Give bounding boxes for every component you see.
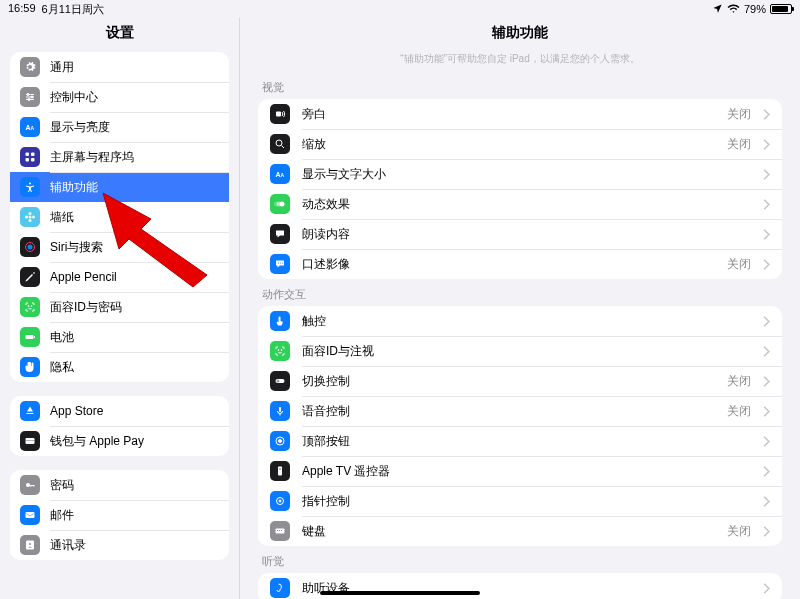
sidebar-item-battery[interactable]: 电池 [10, 322, 229, 352]
svg-point-13 [25, 216, 28, 219]
location-icon [712, 3, 723, 16]
section-header: 视觉 [258, 72, 782, 99]
setting-label: 口述影像 [302, 256, 715, 273]
chevron-right-icon [763, 316, 770, 327]
svg-point-9 [29, 183, 31, 185]
setting-row-audio-desc[interactable]: 口述影像关闭 [258, 249, 782, 279]
sidebar-item-label: 钱包与 Apple Pay [50, 433, 219, 450]
svg-point-34 [278, 263, 279, 264]
chevron-right-icon [763, 376, 770, 387]
sidebar-title: 设置 [0, 18, 239, 52]
setting-label: 缩放 [302, 136, 715, 153]
sidebar-item-faceid[interactable]: 面容ID与密码 [10, 292, 229, 322]
sidebar-item-label: 通用 [50, 59, 219, 76]
setting-label: 面容ID与注视 [302, 343, 751, 360]
svg-point-38 [281, 350, 282, 351]
sidebar-group: 密码邮件通讯录 [10, 470, 229, 560]
desc-icon [270, 254, 290, 274]
setting-row-switch[interactable]: 切换控制关闭 [258, 366, 782, 396]
accessibility-icon [20, 177, 40, 197]
setting-value: 关闭 [727, 403, 751, 420]
svg-rect-8 [31, 158, 35, 162]
sidebar-item-label: Apple Pencil [50, 270, 219, 284]
sidebar-item-wallpaper[interactable]: 墙纸 [10, 202, 229, 232]
svg-point-45 [279, 468, 281, 470]
sidebar-item-passwords[interactable]: 密码 [10, 470, 229, 500]
sidebar-item-wallet[interactable]: 钱包与 Apple Pay [10, 426, 229, 456]
setting-row-motion[interactable]: 动态效果 [258, 189, 782, 219]
sidebar-item-label: 通讯录 [50, 537, 219, 554]
sidebar-item-pencil[interactable]: Apple Pencil [10, 262, 229, 292]
setting-row-hearing[interactable]: 助听设备 [258, 573, 782, 599]
battery-icon [20, 327, 40, 347]
sidebar-item-label: 主屏幕与程序坞 [50, 149, 219, 166]
setting-row-zoom[interactable]: 缩放关闭 [258, 129, 782, 159]
sidebar-item-label: App Store [50, 404, 219, 418]
topbtn-icon [270, 431, 290, 451]
battery-pct: 79% [744, 3, 766, 15]
svg-rect-7 [26, 158, 30, 162]
setting-row-voice-ctrl[interactable]: 语音控制关闭 [258, 396, 782, 426]
setting-label: 指针控制 [302, 493, 751, 510]
svg-rect-49 [277, 530, 278, 531]
sidebar-item-privacy[interactable]: 隐私 [10, 352, 229, 382]
svg-point-47 [279, 500, 281, 502]
setting-row-text-size[interactable]: AA显示与文字大小 [258, 159, 782, 189]
sidebar-item-label: 密码 [50, 477, 219, 494]
sidebar-item-contacts[interactable]: 通讯录 [10, 530, 229, 560]
svg-point-28 [276, 140, 282, 146]
svg-text:A: A [26, 124, 31, 131]
keyboard-icon [270, 521, 290, 541]
svg-text:A: A [31, 125, 35, 131]
setting-label: 旁白 [302, 106, 715, 123]
appstore-icon [20, 401, 40, 421]
setting-row-appletv[interactable]: Apple TV 遥控器 [258, 456, 782, 486]
svg-point-16 [28, 245, 33, 250]
svg-point-36 [282, 263, 283, 264]
setting-label: 触控 [302, 313, 751, 330]
remote-icon [270, 461, 290, 481]
setting-row-keyboard[interactable]: 键盘关闭 [258, 516, 782, 546]
sidebar-item-label: 电池 [50, 329, 219, 346]
wallet-icon [20, 431, 40, 451]
sidebar-item-display[interactable]: AA显示与亮度 [10, 112, 229, 142]
svg-point-26 [29, 543, 31, 545]
svg-point-14 [32, 216, 35, 219]
setting-row-voiceover[interactable]: 旁白关闭 [258, 99, 782, 129]
aa-icon: AA [270, 164, 290, 184]
sidebar-item-label: 墙纸 [50, 209, 219, 226]
sidebar-item-accessibility[interactable]: 辅助功能 [10, 172, 229, 202]
sidebar-item-siri[interactable]: Siri与搜索 [10, 232, 229, 262]
setting-label: Apple TV 遥控器 [302, 463, 751, 480]
sidebar-item-label: 面容ID与密码 [50, 299, 219, 316]
setting-row-pointer[interactable]: 指针控制 [258, 486, 782, 516]
svg-rect-41 [279, 407, 281, 412]
setting-label: 朗读内容 [302, 226, 751, 243]
intro-text: “辅助功能”可帮助您自定 iPad，以满足您的个人需求。 [258, 52, 782, 72]
svg-point-40 [277, 380, 280, 383]
sidebar-group: 通用控制中心AA显示与亮度主屏幕与程序坞辅助功能墙纸Siri与搜索Apple P… [10, 52, 229, 382]
svg-text:A: A [281, 172, 285, 178]
svg-point-18 [31, 306, 32, 307]
setting-row-top-button[interactable]: 顶部按钮 [258, 426, 782, 456]
svg-point-35 [280, 263, 281, 264]
status-time: 16:59 [8, 2, 36, 17]
sidebar-item-control-center[interactable]: 控制中心 [10, 82, 229, 112]
chevron-right-icon [763, 199, 770, 210]
setting-row-faceid-attn[interactable]: 面容ID与注视 [258, 336, 782, 366]
sidebar-item-label: 邮件 [50, 507, 219, 524]
sidebar-item-mail[interactable]: 邮件 [10, 500, 229, 530]
zoom-icon [270, 134, 290, 154]
chevron-right-icon [763, 583, 770, 594]
setting-label: 动态效果 [302, 196, 751, 213]
sidebar-item-home-screen[interactable]: 主屏幕与程序坞 [10, 142, 229, 172]
touch-icon [270, 311, 290, 331]
setting-row-touch[interactable]: 触控 [258, 306, 782, 336]
sidebar-item-label: 隐私 [50, 359, 219, 376]
sidebar-item-general[interactable]: 通用 [10, 52, 229, 82]
sidebar-group: App Store钱包与 Apple Pay [10, 396, 229, 456]
sliders-icon [20, 87, 40, 107]
sidebar-item-appstore[interactable]: App Store [10, 396, 229, 426]
svg-point-23 [26, 483, 30, 487]
setting-row-spoken[interactable]: 朗读内容 [258, 219, 782, 249]
